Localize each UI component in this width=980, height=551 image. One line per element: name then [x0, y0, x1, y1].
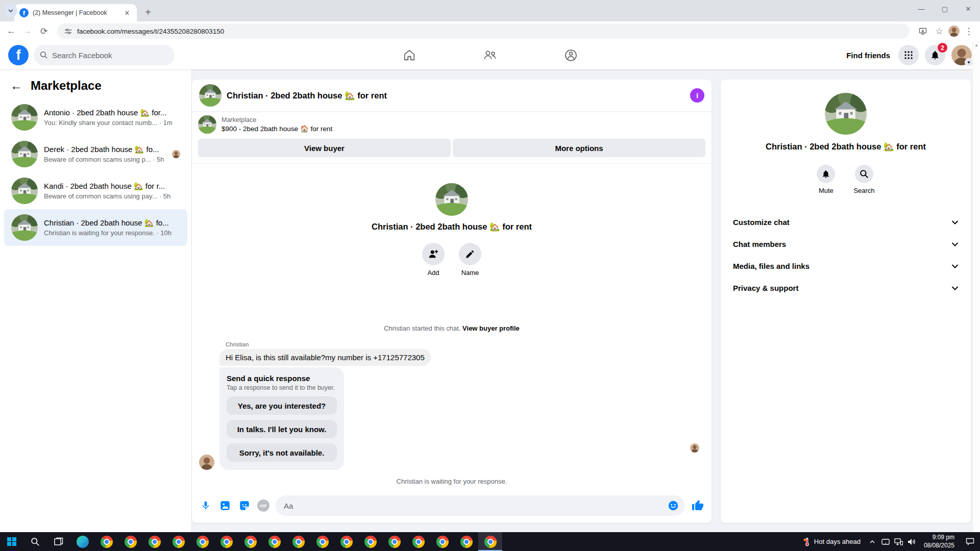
- home-tab-icon[interactable]: [397, 43, 422, 67]
- chat-header-title[interactable]: Christian · 2bed 2bath house 🏡 for rent: [227, 91, 387, 101]
- tab-search-icon[interactable]: [4, 4, 17, 17]
- listing-detail: $900 - 2bed 2bath house 🏠 for rent: [222, 124, 332, 133]
- window-minimize-button[interactable]: —: [910, 0, 933, 17]
- taskbar-chrome-icon[interactable]: [310, 532, 334, 551]
- tab-close-icon[interactable]: ✕: [122, 8, 132, 17]
- facebook-favicon-icon: f: [19, 8, 29, 17]
- message-bubble[interactable]: Hi Elisa, is this still available?my num…: [219, 349, 431, 366]
- conversation-item-antonio[interactable]: Antonio · 2bed 2bath house 🏡 for... You:…: [4, 99, 187, 136]
- taskbar-chrome-icon[interactable]: [454, 532, 478, 551]
- conversation-item-christian[interactable]: Christian · 2bed 2bath house 🏡 fo... Chr…: [4, 209, 187, 246]
- page-scrollbar[interactable]: ▲: [972, 41, 980, 532]
- taskbar-chrome-icon[interactable]: [166, 532, 190, 551]
- gif-icon[interactable]: GIF: [257, 499, 270, 512]
- facebook-logo[interactable]: f: [8, 45, 29, 65]
- browser-profile-avatar[interactable]: [948, 26, 960, 37]
- conversation-info-icon[interactable]: i: [690, 88, 704, 103]
- profile-menu-button[interactable]: ▾: [951, 45, 972, 65]
- communities-tab-icon[interactable]: [558, 43, 583, 67]
- search-in-conversation-button[interactable]: Search: [853, 165, 874, 194]
- taskbar-chrome-icon[interactable]: [118, 532, 142, 551]
- taskbar-chrome-icon[interactable]: [94, 532, 118, 551]
- conversation-snippet: You: Kindly share your contact numb... ·…: [44, 119, 180, 127]
- site-settings-icon[interactable]: [64, 28, 72, 35]
- message-input-pill[interactable]: [276, 495, 685, 516]
- new-tab-button[interactable]: +: [141, 5, 155, 19]
- attach-image-icon[interactable]: [218, 499, 232, 512]
- action-center-icon[interactable]: [960, 532, 980, 551]
- quick-response-title: Send a quick response: [227, 374, 337, 383]
- taskbar-chrome-icon[interactable]: [214, 532, 238, 551]
- apps-menu-button[interactable]: [898, 45, 919, 65]
- quick-response-subtitle: Tap a response to send it to the buyer.: [227, 384, 337, 391]
- quick-response-option[interactable]: Sorry, it's not available.: [227, 443, 337, 462]
- conversation-snippet: Beware of common scams using p... · 5h: [44, 156, 166, 163]
- taskbar-chrome-icon[interactable]: [430, 532, 454, 551]
- conversation-item-derek[interactable]: Derek · 2bed 2bath house 🏡 fo... Beware …: [4, 136, 187, 172]
- find-friends-link[interactable]: Find friends: [846, 51, 890, 60]
- taskbar-chrome-icon[interactable]: [286, 532, 310, 551]
- section-customize-chat[interactable]: Customize chat: [725, 212, 967, 233]
- browser-toolbar: ← → ⟳ facebook.com/messages/t/2435520828…: [0, 21, 980, 41]
- taskbar-edge-icon[interactable]: [70, 532, 94, 551]
- taskbar-chrome-icon[interactable]: [190, 532, 214, 551]
- taskbar-chrome-icon[interactable]: [142, 532, 166, 551]
- add-members-button[interactable]: Add: [422, 243, 445, 277]
- conversation-title: Kandi · 2bed 2bath house 🏡 for r...: [44, 182, 180, 191]
- reload-button[interactable]: ⟳: [37, 24, 51, 38]
- window-close-button[interactable]: ✕: [957, 0, 980, 17]
- forward-button[interactable]: →: [20, 24, 35, 38]
- taskbar-search-icon[interactable]: [23, 532, 47, 551]
- tray-chevron-up-icon[interactable]: [866, 532, 879, 551]
- pencil-icon: [465, 249, 475, 259]
- message-input[interactable]: [284, 502, 668, 510]
- task-view-icon[interactable]: [47, 532, 70, 551]
- conversation-item-kandi[interactable]: Kandi · 2bed 2bath house 🏡 for r... Bewa…: [4, 172, 187, 209]
- taskbar-chrome-icon[interactable]: [478, 532, 502, 551]
- start-button[interactable]: [0, 532, 23, 551]
- tray-tablet-icon[interactable]: [879, 532, 892, 551]
- taskbar-chrome-icon[interactable]: [334, 532, 358, 551]
- section-privacy-support[interactable]: Privacy & support: [725, 278, 967, 298]
- search-icon: [40, 51, 48, 59]
- window-maximize-button[interactable]: ▢: [933, 0, 957, 17]
- tray-volume-icon[interactable]: [905, 532, 919, 551]
- quick-response-option[interactable]: In talks. I'll let you know.: [227, 420, 337, 438]
- taskbar-chrome-icon[interactable]: [238, 532, 262, 551]
- tray-network-icon[interactable]: [892, 532, 905, 551]
- search-input[interactable]: [52, 51, 154, 60]
- thumbs-up-icon[interactable]: [691, 499, 704, 512]
- listing-banner: Marketplace $900 - 2bed 2bath house 🏠 fo…: [192, 111, 712, 164]
- view-buyer-profile-link[interactable]: View buyer profile: [462, 324, 520, 332]
- section-chat-members[interactable]: Chat members: [725, 234, 967, 255]
- weather-widget[interactable]: Hot days ahead: [798, 537, 866, 547]
- mute-button[interactable]: Mute: [817, 165, 835, 194]
- browser-tab[interactable]: f (2) Messenger | Facebook ✕: [14, 4, 137, 21]
- back-arrow-icon[interactable]: ←: [10, 79, 22, 93]
- taskbar-chrome-icon[interactable]: [262, 532, 286, 551]
- back-button[interactable]: ←: [4, 24, 18, 38]
- details-avatar: [825, 93, 867, 135]
- chat-header-avatar[interactable]: [199, 84, 222, 107]
- url-text: facebook.com/messages/t/2435520828080315…: [77, 28, 224, 35]
- notifications-button[interactable]: 2: [925, 45, 945, 65]
- url-input[interactable]: facebook.com/messages/t/2435520828080315…: [57, 23, 910, 39]
- weather-text: Hot days ahead: [814, 538, 861, 545]
- bookmark-star-icon[interactable]: ☆: [932, 24, 946, 38]
- voice-clip-icon[interactable]: [199, 499, 212, 512]
- sticker-icon[interactable]: [238, 499, 251, 512]
- emoji-icon[interactable]: [668, 500, 679, 511]
- browser-menu-icon[interactable]: ⋮: [962, 24, 976, 38]
- quick-response-option[interactable]: Yes, are you interested?: [227, 396, 337, 415]
- view-buyer-button[interactable]: View buyer: [198, 139, 451, 157]
- more-options-button[interactable]: More options: [453, 139, 705, 157]
- taskbar-chrome-icon[interactable]: [406, 532, 430, 551]
- friends-tab-icon[interactable]: [478, 43, 502, 67]
- install-icon[interactable]: [916, 24, 930, 38]
- taskbar-clock[interactable]: 9:09 pm 08/08/2025: [919, 534, 960, 549]
- name-chat-button[interactable]: Name: [459, 243, 481, 277]
- section-media-files-links[interactable]: Media, files and links: [725, 256, 967, 277]
- taskbar-chrome-icon[interactable]: [382, 532, 406, 551]
- taskbar-chrome-icon[interactable]: [358, 532, 382, 551]
- facebook-search[interactable]: [34, 45, 175, 65]
